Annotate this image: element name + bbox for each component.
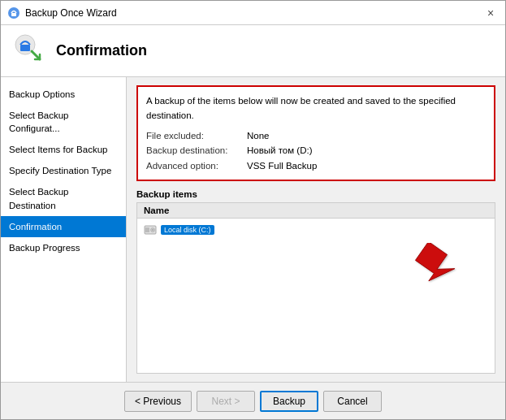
sidebar: Backup Options Select Backup Configurat.… bbox=[1, 77, 127, 382]
info-row-destination: Backup destination: Новый том (D:) bbox=[146, 143, 486, 158]
page-title: Confirmation bbox=[56, 42, 147, 59]
info-label-destination: Backup destination: bbox=[146, 143, 244, 158]
title-bar-text: Backup Once Wizard bbox=[25, 7, 482, 19]
wizard-window: Backup Once Wizard × Confirmation Backup… bbox=[0, 0, 506, 420]
arrow-container bbox=[137, 241, 495, 306]
app-icon bbox=[7, 6, 20, 19]
red-arrow-icon bbox=[405, 243, 462, 302]
info-value-excluded: None bbox=[247, 128, 270, 143]
sidebar-item-backup-options[interactable]: Backup Options bbox=[1, 84, 126, 105]
sidebar-item-backup-destination[interactable]: Select Backup Destination bbox=[1, 181, 126, 215]
sidebar-item-backup-progress[interactable]: Backup Progress bbox=[1, 237, 126, 258]
sidebar-item-select-config[interactable]: Select Backup Configurat... bbox=[1, 105, 126, 139]
info-label-excluded: File excluded: bbox=[146, 128, 244, 143]
wizard-footer: < Previous Next > Backup Cancel bbox=[1, 382, 505, 419]
previous-button[interactable]: < Previous bbox=[124, 391, 192, 412]
sidebar-item-select-items[interactable]: Select Items for Backup bbox=[1, 139, 126, 160]
sidebar-item-confirmation[interactable]: Confirmation bbox=[1, 216, 126, 237]
content-area: Backup Options Select Backup Configurat.… bbox=[1, 77, 505, 382]
table-row: Local disk (C:) bbox=[144, 222, 488, 238]
disk-icon bbox=[144, 223, 157, 236]
info-row-excluded: File excluded: None bbox=[146, 128, 486, 143]
info-value-destination: Новый том (D:) bbox=[247, 143, 313, 158]
close-button[interactable]: × bbox=[482, 5, 499, 21]
wizard-header: Confirmation bbox=[1, 25, 505, 77]
info-box: A backup of the items below will now be … bbox=[136, 85, 495, 181]
info-label-advanced: Advanced option: bbox=[146, 158, 244, 173]
backup-items-table: Name Local disk (C:) bbox=[136, 202, 495, 374]
backup-items-label: Backup items bbox=[136, 189, 495, 199]
table-body: Local disk (C:) bbox=[137, 219, 495, 241]
svg-rect-1 bbox=[11, 13, 16, 16]
svg-point-7 bbox=[152, 229, 154, 231]
info-description: A backup of the items below will now be … bbox=[146, 93, 486, 123]
svg-rect-3 bbox=[20, 45, 30, 51]
sidebar-item-destination-type[interactable]: Specify Destination Type bbox=[1, 160, 126, 181]
header-icon bbox=[14, 33, 46, 68]
main-panel: A backup of the items below will now be … bbox=[127, 77, 505, 382]
svg-marker-8 bbox=[410, 243, 459, 289]
svg-rect-5 bbox=[145, 227, 149, 232]
cancel-button[interactable]: Cancel bbox=[323, 391, 382, 412]
info-value-advanced: VSS Full Backup bbox=[247, 158, 317, 173]
title-bar: Backup Once Wizard × bbox=[1, 1, 505, 25]
backup-items-section: Backup items Name bbox=[136, 189, 495, 374]
table-header-name: Name bbox=[137, 203, 495, 219]
local-disk-badge: Local disk (C:) bbox=[161, 225, 214, 235]
info-row-advanced: Advanced option: VSS Full Backup bbox=[146, 158, 486, 173]
next-button[interactable]: Next > bbox=[197, 391, 255, 412]
backup-button[interactable]: Backup bbox=[260, 391, 318, 412]
